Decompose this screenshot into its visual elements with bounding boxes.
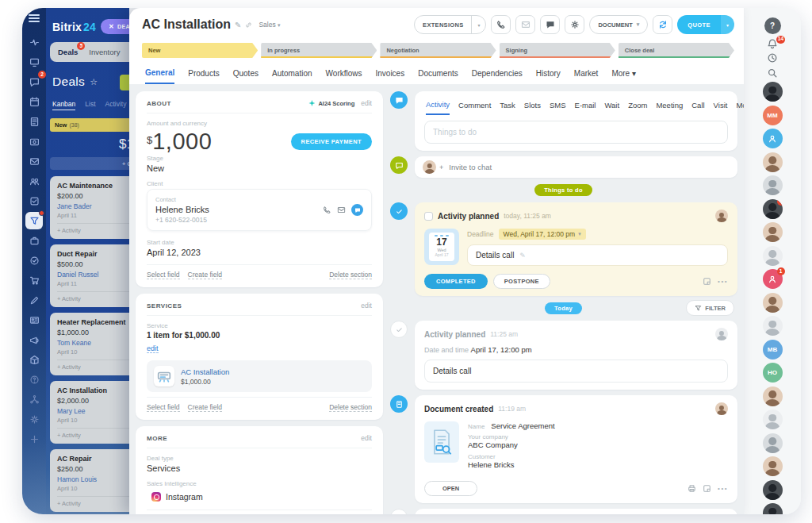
tab-email[interactable]: E-mail (575, 101, 596, 114)
user-avatar[interactable] (763, 175, 783, 195)
note-icon[interactable] (703, 484, 711, 493)
start-date-value[interactable]: April 12, 2023 (147, 248, 372, 257)
deal-type-value[interactable]: Services (147, 463, 372, 473)
view-tab-activity[interactable]: Activity (105, 100, 127, 110)
user-avatar-initials[interactable]: MB (763, 340, 783, 360)
quick-add-button[interactable]: + Quick (50, 157, 129, 170)
user-avatar-initials[interactable]: MM (763, 106, 783, 125)
marketing-icon[interactable] (25, 331, 43, 348)
delete-section-link[interactable]: Delete section (329, 271, 372, 279)
activity-checkbox[interactable] (424, 212, 433, 221)
sync-button[interactable] (653, 15, 672, 34)
todo-input[interactable] (424, 121, 728, 144)
open-channel-icon[interactable] (351, 204, 363, 216)
user-avatar[interactable] (763, 152, 783, 172)
automation-icon[interactable] (25, 390, 43, 408)
calendar-icon[interactable] (25, 93, 43, 110)
stage-new[interactable]: New (142, 43, 258, 58)
ai-scoring-button[interactable]: AI24 Scoring (308, 100, 354, 107)
user-avatar[interactable]: 2 (763, 199, 783, 219)
tab-deals[interactable]: Deals5 (58, 48, 78, 56)
postpone-button[interactable]: POSTPONE (493, 274, 550, 289)
tab-products[interactable]: Products (188, 69, 219, 83)
more-options-icon[interactable]: ••• (718, 485, 728, 492)
notifications-bell-icon[interactable]: 14 (763, 38, 782, 49)
help-icon[interactable] (25, 371, 43, 388)
open-document-button[interactable]: OPEN (424, 481, 477, 496)
deadline-chip[interactable]: Wed, April 17, 12:00 pm▾ (499, 229, 586, 240)
sites-icon[interactable] (25, 291, 43, 309)
user-avatar[interactable] (763, 456, 783, 476)
user-avatar[interactable] (763, 316, 783, 336)
user-avatar[interactable] (763, 410, 783, 429)
contact-card[interactable]: Contact Helene Bricks +1 620-522-0015 (147, 189, 372, 231)
user-avatar[interactable] (763, 222, 783, 242)
add-icon[interactable] (25, 430, 43, 448)
call-button[interactable] (491, 15, 511, 34)
print-icon[interactable] (688, 484, 696, 493)
time-tracker-icon[interactable] (763, 52, 782, 63)
deal-card[interactable]: AC Maintenance $200.00 Jane Bader April … (50, 176, 129, 239)
pipeline-selector[interactable]: Sales ▾ (259, 21, 280, 29)
deal-card[interactable]: Duct Repair $500.00 Daniel Russel April … (50, 244, 129, 307)
email-icon[interactable] (337, 206, 346, 214)
user-avatar-person-icon[interactable] (763, 129, 783, 148)
select-field-link[interactable]: Select field (147, 403, 180, 412)
store-icon[interactable] (25, 271, 43, 289)
deal-tab-chip[interactable]: ✕DEAL (101, 19, 129, 34)
note-icon[interactable] (703, 277, 711, 286)
tab-workflows[interactable]: Workflows (326, 69, 362, 83)
tab-automation[interactable]: Automation (272, 69, 312, 83)
contact-card-icon[interactable] (25, 311, 43, 329)
deal-card[interactable]: Heater Replacement $1,000.00 Tom Keane A… (50, 313, 129, 375)
contact-name[interactable]: Helene Bricks (155, 205, 209, 214)
favorite-star-icon[interactable]: ☆ (90, 77, 98, 87)
receive-payment-button[interactable]: RECEIVE PAYMENT (291, 133, 372, 150)
search-icon[interactable] (763, 67, 782, 79)
tab-documents[interactable]: Documents (418, 69, 458, 83)
tab-quotes[interactable]: Quotes (233, 69, 259, 83)
user-avatar[interactable] (763, 293, 783, 313)
view-tab-list[interactable]: List (85, 100, 95, 110)
menu-icon[interactable] (29, 14, 40, 22)
phone-icon[interactable] (323, 206, 331, 214)
completed-button[interactable]: COMPLETED (424, 274, 488, 289)
kanban-column-header[interactable]: New(38) (50, 118, 129, 132)
view-tab-kanban[interactable]: Kanban (52, 100, 75, 110)
filter-button[interactable]: FILTER (686, 300, 734, 316)
crm-funnel-icon[interactable] (25, 212, 43, 229)
deal-card[interactable]: AC Repair $250.00 Hamon Louis April 10 +… (50, 449, 129, 512)
tab-market[interactable]: Market (574, 69, 599, 83)
docs-icon[interactable] (25, 113, 43, 130)
user-avatar[interactable] (763, 246, 783, 266)
tab-task[interactable]: Task (500, 101, 515, 114)
product-name[interactable]: AC Installation (181, 367, 229, 376)
select-field-link[interactable]: Select field (147, 271, 180, 279)
edit-link[interactable]: edit (361, 434, 372, 442)
tab-activity[interactable]: Activity (426, 100, 450, 115)
tab-wait[interactable]: Wait (604, 101, 619, 114)
tab-meeting[interactable]: Meeting (656, 101, 683, 114)
create-field-link[interactable]: Create field (188, 403, 222, 412)
create-field-link[interactable]: Create field (188, 271, 222, 279)
settings-button[interactable] (565, 15, 584, 34)
user-avatar[interactable] (763, 82, 783, 102)
help-button[interactable]: ? (763, 17, 782, 34)
tab-history[interactable]: History (536, 69, 561, 83)
tab-invoices[interactable]: Invoices (376, 69, 405, 83)
desktop-icon[interactable] (25, 53, 43, 71)
tab-inventory[interactable]: Inventory (89, 48, 120, 56)
edit-link[interactable]: edit (361, 302, 372, 310)
tab-general[interactable]: General (145, 68, 174, 84)
stage-negotiation[interactable]: Negotiation (380, 43, 496, 58)
document-button[interactable]: DOCUMENT▾ (589, 15, 648, 34)
user-avatar[interactable] (763, 386, 783, 406)
user-avatar-person-icon[interactable]: 1 (763, 269, 783, 289)
tasks-icon[interactable] (25, 192, 43, 210)
contact-phone[interactable]: +1 620-522-0015 (155, 216, 209, 224)
tab-more[interactable]: More ▾ (611, 69, 636, 83)
invite-to-chat[interactable]: + Invite to chat (415, 156, 737, 178)
delete-section-link[interactable]: Delete section (329, 403, 372, 412)
team-icon[interactable] (25, 172, 43, 190)
tab-slots[interactable]: Slots (524, 101, 541, 114)
